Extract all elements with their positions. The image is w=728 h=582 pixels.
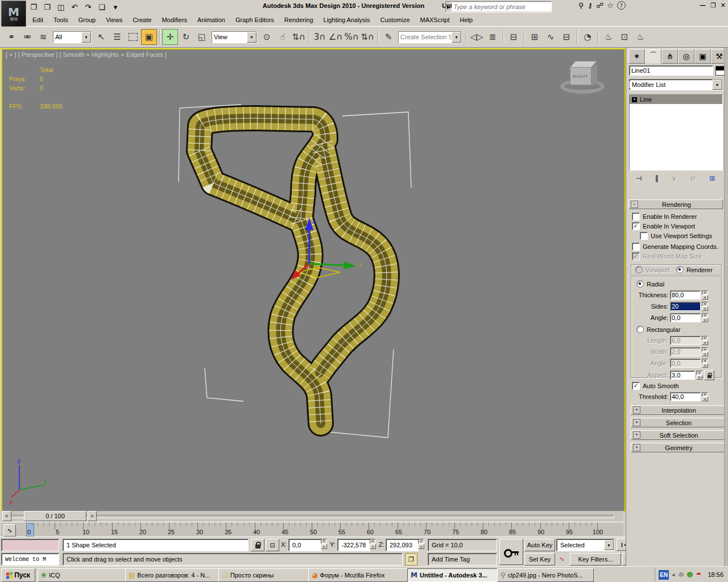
bind-to-space-warp-button[interactable]: ≋ (35, 29, 51, 45)
radial-radio[interactable] (636, 280, 644, 288)
chevron-down-icon[interactable]: ▾ (712, 80, 722, 90)
track-bar[interactable]: ∿ 05101520253035404550556065707580859095… (1, 522, 623, 537)
selection-filter-dropdown[interactable]: All ▾ (53, 31, 92, 43)
previous-frame-arrow-button[interactable]: < (2, 511, 11, 521)
tab-hierarchy[interactable]: ⋔ (661, 49, 678, 64)
select-and-manipulate-button[interactable]: ☝ (275, 29, 291, 45)
select-object-button[interactable]: ↖ (93, 29, 109, 45)
spinner-down-icon[interactable]: ▾ (702, 352, 708, 356)
configure-modifier-sets-button[interactable]: ⊞ (709, 174, 715, 182)
thickness-field[interactable]: 80,0 (670, 290, 701, 300)
z-coordinate-field[interactable]: 292,093 (386, 539, 419, 551)
aspect-lock-button[interactable] (704, 370, 714, 380)
rectangular-selection-region-button[interactable] (125, 29, 141, 45)
taskbar-task-conversations[interactable]: ▤ Всего разговоров: 4 - N... (125, 568, 222, 582)
collapsed-rollout-header[interactable]: + Soft Selection (631, 430, 725, 440)
z-spinner[interactable]: ▾▾ (418, 539, 424, 549)
collapse-minus-icon[interactable]: − (631, 201, 638, 208)
spinner-up-icon[interactable]: ▾ (702, 313, 708, 318)
material-editor-button[interactable]: ◔ (580, 29, 595, 45)
chevron-down-icon[interactable]: ▾ (452, 32, 461, 43)
tab-modify[interactable]: ⌒ (645, 49, 661, 64)
next-frame-arrow-button[interactable]: > (88, 511, 97, 521)
align-button[interactable]: ≣ (485, 29, 500, 45)
restore-button[interactable]: ❐ (710, 2, 716, 9)
taskbar-task-folder[interactable]: ❏ Просто скрины (218, 568, 312, 582)
subscription-key-icon[interactable]: ⚷ (588, 1, 593, 10)
remove-modifier-button[interactable]: ⊖ (690, 174, 696, 182)
chevron-down-icon[interactable]: ▾ (247, 32, 257, 43)
keyboard-shortcut-override-button[interactable]: ⇅∩ (291, 29, 307, 45)
menu-item[interactable]: Help (455, 15, 478, 25)
rollout-rendering-header[interactable]: − Rendering (628, 199, 723, 209)
snaps-toggle-button[interactable]: 3∩ (312, 29, 328, 45)
viewport-radio[interactable] (635, 266, 643, 273)
graph-editors-button[interactable]: ⊞ (527, 29, 543, 45)
spinner-down-icon[interactable]: ▾ (702, 295, 708, 300)
menu-item[interactable]: Edit (27, 15, 48, 25)
expand-plus-icon[interactable]: + (633, 419, 640, 426)
auto-key-button[interactable]: Auto Key (524, 539, 555, 551)
expand-plus-icon[interactable]: + (632, 97, 637, 102)
menu-item[interactable]: Animation (192, 15, 230, 25)
search-icon[interactable]: ⚲ (578, 1, 584, 10)
width-field[interactable]: 2,0 (670, 347, 701, 356)
tab-display[interactable]: ▣ (694, 49, 711, 64)
sides-field[interactable]: 20 (670, 302, 701, 311)
threshold-spinner[interactable]: ▾▾ (702, 392, 708, 401)
width-spinner[interactable]: ▾▾ (702, 347, 708, 356)
favorites-star-icon[interactable]: ☆ (607, 1, 614, 10)
tray-chevron[interactable]: « (672, 571, 676, 579)
rectangular-radio[interactable] (636, 326, 644, 333)
y-spinner[interactable]: ▾▾ (370, 539, 376, 549)
chevron-down-icon[interactable]: ▾ (604, 540, 614, 550)
spinner-up-icon[interactable]: ▾ (702, 302, 708, 306)
maxscript-mini-listener-white[interactable]: Welcome to M (1, 553, 59, 566)
stack-item-line[interactable]: + Line (630, 95, 722, 104)
edit-named-selection-sets-button[interactable]: ✎ (380, 29, 396, 45)
tray-icon-avira[interactable]: ☂ (696, 571, 702, 579)
menu-item[interactable]: Group (73, 15, 101, 25)
spinner-snap-toggle-button[interactable]: ⇅∩ (359, 29, 375, 45)
y-coordinate-field[interactable]: -322,578 (337, 539, 370, 551)
absolute-mode-transform-toggle[interactable]: ⊡ (266, 539, 279, 551)
open-mini-curve-editor-button[interactable]: ∿ (3, 524, 16, 537)
expand-plus-icon[interactable]: + (633, 444, 640, 451)
rect-angle-field[interactable]: 0,0 (670, 359, 701, 368)
search-input[interactable] (452, 2, 551, 11)
aspect-field[interactable]: 3,0 (670, 371, 695, 380)
spinner-down-icon[interactable]: ▾ (702, 340, 708, 345)
new-key-default-in-out-tangents-button[interactable]: ∿ (556, 553, 568, 564)
spinner-up-icon[interactable]: ▾ (321, 539, 327, 544)
real-world-map-checkbox[interactable]: ✓ (632, 252, 640, 260)
enable-in-renderer-checkbox[interactable] (632, 213, 640, 221)
unlink-selection-button[interactable]: ⚮ (19, 29, 35, 45)
tab-motion[interactable]: ◎ (678, 49, 694, 64)
show-end-result-button[interactable]: ‖ (655, 174, 659, 182)
select-and-move-button[interactable]: ✛ (162, 29, 178, 45)
use-viewport-settings-checkbox[interactable] (640, 232, 648, 240)
rect-angle-spinner[interactable]: ▾▾ (702, 359, 708, 368)
modifier-stack[interactable]: + Line (629, 94, 723, 171)
select-by-name-button[interactable]: ☰ (109, 29, 125, 45)
menu-item[interactable]: Rendering (279, 15, 318, 25)
spinner-down-icon[interactable]: ▾ (702, 318, 708, 322)
spinner-up-icon[interactable]: ▾ (418, 539, 424, 544)
x-coordinate-field[interactable]: 0,0 (288, 539, 321, 551)
modifier-list-dropdown[interactable]: Modifier List ▾ (629, 79, 723, 90)
angle-spinner[interactable]: ▾▾ (702, 313, 708, 322)
language-indicator[interactable]: EN (659, 570, 669, 580)
layer-manager-button[interactable]: ⊟ (506, 29, 522, 45)
generate-mapping-checkbox[interactable] (632, 243, 640, 251)
spinner-up-icon[interactable]: ▾ (702, 359, 708, 363)
add-time-tag[interactable]: Add Time Tag (428, 553, 497, 566)
make-unique-button[interactable]: ∨ (672, 174, 677, 182)
spinner-up-icon[interactable]: ▾ (702, 336, 708, 340)
x-spinner[interactable]: ▾▾ (321, 539, 327, 549)
collapsed-rollout-header[interactable]: + Interpolation (631, 405, 725, 415)
key-selection-dropdown[interactable]: Selected ▾ (556, 539, 614, 551)
selection-lock-toggle[interactable] (251, 539, 264, 551)
menu-item[interactable]: Modifiers (156, 15, 192, 25)
mirror-button[interactable]: ◁▷ (469, 29, 485, 45)
select-and-link-button[interactable]: ⚭ (3, 29, 19, 45)
